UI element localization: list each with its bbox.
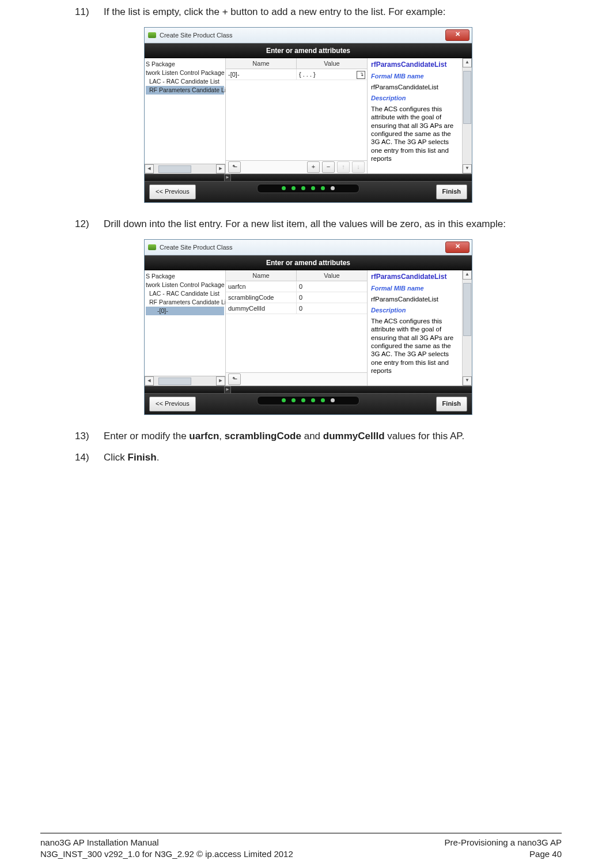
table-row[interactable]: scramblingCode 0 [226,292,367,303]
tree-item-selected[interactable]: RF Parameters Candidate List [146,86,224,95]
text-bold: scramblingCode [225,431,301,441]
tree-item[interactable]: LAC - RAC Candidate List [146,77,224,86]
table-row[interactable]: -[0]- { . . . } ↴ [226,69,367,80]
col-name[interactable]: Name [226,270,297,281]
tree-item[interactable]: LAC - RAC Candidate List [146,289,224,298]
wizard-bottom-bar: << Previous Finish [145,181,472,202]
dialog-window: Create Site Product Class ✕ Enter or ame… [144,239,472,415]
text-bold: Finish [128,452,157,463]
tree-h-scrollbar[interactable]: ◄ ► [145,376,225,386]
info-pane: rfParamsCandidateList Formal MIB name rf… [368,58,472,173]
scroll-thumb[interactable] [463,283,471,336]
parent-button[interactable]: ⬑ [228,373,241,385]
table-row[interactable]: dummyCellId 0 [226,303,367,314]
text-bold: uarfcn [189,431,219,441]
info-v-scrollbar[interactable]: ▲ ▼ [462,58,472,173]
text-fragment: and [301,431,323,441]
step-12: 12) Drill down into the list entry. For … [75,218,562,231]
close-button[interactable]: ✕ [445,29,470,41]
drill-down-icon[interactable]: ↴ [357,71,365,79]
screenshot-1: Create Site Product Class ✕ Enter or ame… [144,27,562,203]
app-icon [148,32,156,38]
scroll-track[interactable] [154,165,216,173]
tree-item[interactable]: RF Parameters Candidate List [146,298,224,307]
window-title: Create Site Product Class [160,32,233,39]
progress-dot [291,398,296,402]
scroll-down-icon[interactable]: ▼ [463,376,472,386]
splitter[interactable]: ► [145,175,226,181]
tree-pane[interactable]: S Package twork Listen Control Package L… [145,270,226,386]
info-title: rfParamsCandidateList [371,273,460,281]
progress-dot [301,398,305,402]
scroll-right-icon[interactable]: ► [216,164,225,173]
tree-item[interactable]: S Package [146,60,224,69]
scroll-down-icon[interactable]: ▼ [463,164,472,173]
wizard-banner: Enter or amend attributes [145,43,472,58]
page-footer: nano3G AP Installation Manual N3G_INST_3… [40,833,562,861]
finish-button[interactable]: Finish [436,397,467,412]
progress-dot [321,186,325,190]
tree-item-selected[interactable]: -[0]- [146,307,224,315]
cell-value[interactable]: 0 [297,292,367,303]
tree-item[interactable]: twork Listen Control Package [146,281,224,289]
col-value[interactable]: Value [297,270,367,281]
progress-dot [311,186,315,190]
remove-button[interactable]: − [322,161,335,173]
text-bold: dummyCellId [323,431,385,441]
cell-value[interactable]: 0 [297,303,367,314]
scroll-right-icon[interactable]: ► [216,376,225,386]
tree-h-scrollbar[interactable]: ◄ ► [145,164,225,173]
move-down-button[interactable]: ↓ [352,161,365,173]
progress-dot-current [331,398,335,402]
col-value[interactable]: Value [297,58,367,69]
scroll-track[interactable] [463,67,472,164]
progress-dot [291,186,296,190]
tree-pane[interactable]: S Package twork Listen Control Package L… [145,58,226,173]
scroll-thumb[interactable] [463,71,471,124]
dialog-window: Create Site Product Class ✕ Enter or ame… [144,27,472,203]
info-mib-value: rfParamsCandidateList [371,295,460,303]
list-toolbar: ⬑ + − ↑ ↓ [226,160,367,173]
progress-dot [301,186,305,190]
col-name[interactable]: Name [226,58,297,69]
scroll-thumb[interactable] [158,165,191,173]
scroll-up-icon[interactable]: ▲ [463,58,472,67]
step-number: 11) [75,6,104,19]
tree-item[interactable]: twork Listen Control Package [146,69,224,77]
move-up-button[interactable]: ↑ [337,161,350,173]
step-text: Drill down into the list entry. For a ne… [104,218,562,231]
scroll-up-icon[interactable]: ▲ [463,270,472,280]
footer-doc-version: N3G_INST_300 v292_1.0 for N3G_2.92 © ip.… [40,848,293,860]
scroll-track[interactable] [463,280,472,376]
progress-dot [282,398,286,402]
footer-page-number: Page 40 [445,848,562,860]
cell-name: dummyCellId [226,303,297,314]
step-13: 13) Enter or modify the uarfcn, scrambli… [75,430,562,443]
scroll-left-icon[interactable]: ◄ [145,164,154,173]
close-button[interactable]: ✕ [445,241,470,253]
info-desc-label: Description [371,95,460,103]
add-button[interactable]: + [307,161,320,173]
info-desc-text: The ACS configures this attribute with t… [371,105,460,163]
info-desc-label: Description [371,307,460,315]
scroll-thumb[interactable] [158,378,191,385]
scroll-track[interactable] [154,377,216,385]
tree-item[interactable]: S Package [146,272,224,281]
scroll-left-icon[interactable]: ◄ [145,376,154,386]
info-v-scrollbar[interactable]: ▲ ▼ [462,270,472,386]
cell-name: uarfcn [226,281,297,292]
info-mib-label: Formal MIB name [371,285,460,293]
titlebar: Create Site Product Class ✕ [145,28,472,43]
previous-button[interactable]: << Previous [149,397,196,412]
table-row[interactable]: uarfcn 0 [226,281,367,292]
step-11: 11) If the list is empty, click the + bu… [75,6,562,19]
parent-button[interactable]: ⬑ [228,161,241,173]
finish-button[interactable]: Finish [436,184,467,199]
text-fragment: values for this AP. [385,431,465,441]
splitter[interactable]: ► [145,387,226,393]
previous-button[interactable]: << Previous [149,184,196,199]
info-pane: rfParamsCandidateList Formal MIB name rf… [368,270,472,386]
progress-dot [282,186,286,190]
cell-value[interactable]: 0 [297,281,367,292]
cell-name: -[0]- [226,69,297,80]
